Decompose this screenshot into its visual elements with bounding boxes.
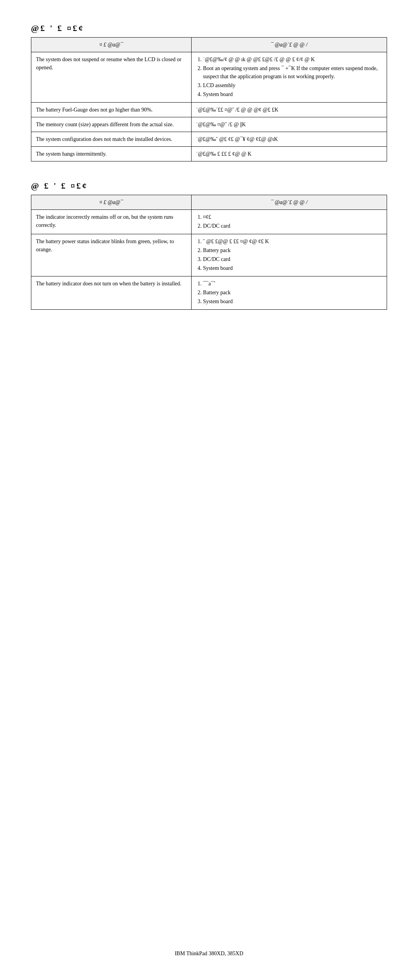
section-1-title: @£ ' £ ¤£¢ xyxy=(31,23,387,33)
row-3-col2: ˙@£@‰ ¤@ˆ /£ @ ĮK xyxy=(191,117,387,132)
list-item: Battery pack xyxy=(203,246,382,254)
section-2-col1-header: ¤ £ @a@¯ xyxy=(31,195,192,210)
list-item: DC/DC card xyxy=(203,255,382,263)
table-row: The system hangs intermittently. ˙@£@‰ £… xyxy=(31,147,387,161)
row-3-col2: ¯¯a¯ˆ Battery pack System board xyxy=(191,276,387,310)
row-1-col1: The indicator incorrectly remains off or… xyxy=(31,210,192,234)
list-item: Boot an operating system and press ¯ +¯K… xyxy=(203,64,382,81)
list-item: System board xyxy=(203,90,382,98)
row-1-col2: ˙@£@‰/¢ @ @ ık @ @£ £@£ /£ @ @ £ ¢/¢ @ K… xyxy=(191,52,387,103)
row-5-col2: ˙@£@‰ £ ££ £ ¢@ @ K xyxy=(191,147,387,161)
list-item: ¤¢£ xyxy=(203,213,382,221)
row-1-col2: ¤¢£ DC/DC card xyxy=(191,210,387,234)
row-5-col1: The system hangs intermittently. xyxy=(31,147,192,161)
row-3-col1: The memory count (size) appears differen… xyxy=(31,117,192,132)
table-row: The battery power status indicator blink… xyxy=(31,234,387,276)
row-4-col2: ˙@£@‰ˆ @£ ¢£ @¯¥ ¢@ ¢£@ @ıK xyxy=(191,132,387,147)
section-2-table: ¤ £ @a@¯ ¯ @a@`£ @ @ / The indicator inc… xyxy=(31,195,387,310)
list-item: ˙@£@‰/¢ @ @ ık @ @£ £@£ /£ @ @ £ ¢/¢ @ K xyxy=(203,55,382,64)
table-row: The indicator incorrectly remains off or… xyxy=(31,210,387,234)
list-item: ¯¯a¯ˆ xyxy=(203,280,382,288)
footer-text: IBM ThinkPad 380XD, 385XD xyxy=(175,951,243,956)
list-item: ˆ @£ £@@ £ ££ ¤@ ¢@ ¢£ K xyxy=(203,237,382,245)
table-row: The system does not suspend or resume wh… xyxy=(31,52,387,103)
section-1: @£ ' £ ¤£¢ ¤ £ @a@¯ ¯ @a@`£ @ @ / The sy… xyxy=(31,23,387,161)
row-2-col1: The battery Fuel-Gauge does not go highe… xyxy=(31,103,192,117)
list-item: System board xyxy=(203,264,382,272)
list-item: DC/DC card xyxy=(203,222,382,230)
list-item: Battery pack xyxy=(203,288,382,297)
row-2-col2: ˙@£@‰´££ ¤@ˆ /£ @ @ @¢ @£ £K xyxy=(191,103,387,117)
table-row: The system configuration does not match … xyxy=(31,132,387,147)
section-2: @ £ ' £ ¤£¢ ¤ £ @a@¯ ¯ @a@`£ @ @ / The i… xyxy=(31,181,387,310)
page-footer: IBM ThinkPad 380XD, 385XD xyxy=(0,951,418,957)
list-item: System board xyxy=(203,297,382,305)
section-2-col2-header: ¯ @a@`£ @ @ / xyxy=(191,195,387,210)
row-2-col2: ˆ @£ £@@ £ ££ ¤@ ¢@ ¢£ K Battery pack DC… xyxy=(191,234,387,276)
row-4-col1: The system configuration does not match … xyxy=(31,132,192,147)
section-1-table: ¤ £ @a@¯ ¯ @a@`£ @ @ / The system does n… xyxy=(31,37,387,161)
table-row: The battery Fuel-Gauge does not go highe… xyxy=(31,103,387,117)
row-1-col1: The system does not suspend or resume wh… xyxy=(31,52,192,103)
section-2-title: @ £ ' £ ¤£¢ xyxy=(31,181,387,191)
row-3-col1: The battery indicator does not turn on w… xyxy=(31,276,192,310)
list-item: LCD assembly xyxy=(203,81,382,89)
section-1-col2-header: ¯ @a@`£ @ @ / xyxy=(191,38,387,52)
table-row: The memory count (size) appears differen… xyxy=(31,117,387,132)
section-1-col1-header: ¤ £ @a@¯ xyxy=(31,38,192,52)
table-row: The battery indicator does not turn on w… xyxy=(31,276,387,310)
row-2-col1: The battery power status indicator blink… xyxy=(31,234,192,276)
